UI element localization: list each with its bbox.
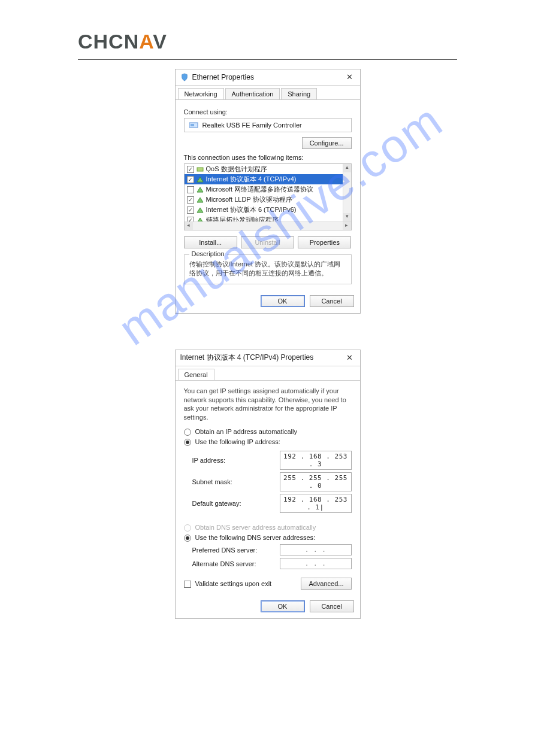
- item-label: Microsoft LLDP 协议驱动程序: [206, 195, 292, 204]
- checkbox[interactable]: [187, 186, 194, 193]
- close-button[interactable]: ✕: [344, 353, 355, 363]
- network-icon: [180, 73, 189, 81]
- dialog-title: Ethernet Properties: [192, 73, 254, 81]
- list-item[interactable]: Internet 协议版本 6 (TCP/IPv6): [185, 205, 343, 215]
- protocol-icon: [197, 217, 204, 222]
- nic-icon: [189, 122, 199, 129]
- configure-button[interactable]: Configure...: [302, 137, 352, 149]
- use-ip-label: Use the following IP address:: [195, 438, 280, 445]
- list-item[interactable]: 链路层拓扑发现响应程序: [185, 215, 343, 221]
- intro-text: You can get IP settings assigned automat…: [184, 387, 352, 422]
- protocol-icon: [197, 176, 204, 183]
- checkbox[interactable]: [187, 166, 194, 173]
- dialog-titlebar: Ethernet Properties ✕: [176, 69, 360, 86]
- subnet-mask-label: Subnet mask:: [192, 478, 280, 485]
- dialog-title: Internet 协议版本 4 (TCP/IPv4) Properties: [180, 353, 314, 363]
- ethernet-properties-dialog: Ethernet Properties ✕ Networking Authent…: [175, 69, 361, 314]
- validate-label: Validate settings upon exit: [195, 580, 272, 587]
- cancel-button[interactable]: Cancel: [310, 295, 354, 307]
- items-label: This connection uses the following items…: [184, 154, 352, 161]
- radio-icon: [184, 429, 191, 436]
- radio-icon: [184, 439, 191, 446]
- brand-text-c: V: [153, 30, 167, 53]
- list-item[interactable]: QoS 数据包计划程序: [185, 164, 343, 174]
- scroll-down-icon[interactable]: ▾: [343, 213, 351, 221]
- scroll-right-icon[interactable]: ▸: [343, 222, 351, 230]
- protocol-icon: [197, 207, 204, 214]
- preferred-dns-label: Preferred DNS server:: [192, 546, 280, 554]
- description-text: 传输控制协议/Internet 协议。该协议是默认的广域网络协议，用于在不同的相…: [189, 260, 346, 278]
- brand-text-a: CHCN: [78, 30, 139, 53]
- protocol-icon: [197, 166, 204, 173]
- ip-address-input[interactable]: 192 . 168 . 253 . 3: [280, 451, 352, 470]
- advanced-button[interactable]: Advanced...: [301, 578, 351, 590]
- use-dns-radio[interactable]: Use the following DNS server addresses:: [184, 534, 316, 541]
- subnet-mask-input[interactable]: 255 . 255 . 255 . 0: [280, 472, 352, 491]
- list-item[interactable]: Microsoft 网络适配器多路传送器协议: [185, 184, 343, 195]
- dialog-titlebar: Internet 协议版本 4 (TCP/IPv4) Properties ✕: [176, 350, 360, 366]
- item-label: Internet 协议版本 4 (TCP/IPv4): [206, 175, 297, 184]
- adapter-field[interactable]: Realtek USB FE Family Controller: [184, 118, 352, 132]
- item-label: Internet 协议版本 6 (TCP/IPv6): [206, 205, 297, 214]
- radio-icon: [184, 535, 191, 542]
- description-group: Description 传输控制协议/Internet 协议。该协议是默认的广域…: [184, 254, 352, 284]
- tab-sharing[interactable]: Sharing: [281, 88, 317, 99]
- close-button[interactable]: ✕: [344, 72, 355, 83]
- use-dns-label: Use the following DNS server addresses:: [195, 534, 316, 541]
- tab-networking[interactable]: Networking: [178, 88, 224, 99]
- list-item[interactable]: Microsoft LLDP 协议驱动程序: [185, 195, 343, 205]
- default-gateway-label: Default gateway:: [192, 500, 280, 507]
- ip-address-label: IP address:: [192, 457, 280, 464]
- ipv4-properties-dialog: Internet 协议版本 4 (TCP/IPv4) Properties ✕ …: [175, 350, 361, 620]
- tab-general[interactable]: General: [178, 369, 214, 380]
- ok-button[interactable]: OK: [261, 295, 305, 307]
- checkbox[interactable]: [187, 196, 194, 204]
- item-label: QoS 数据包计划程序: [206, 165, 267, 174]
- item-label: 链路层拓扑发现响应程序: [206, 215, 279, 221]
- uninstall-button: Uninstall: [241, 236, 294, 248]
- scroll-left-icon[interactable]: ◂: [185, 222, 193, 230]
- brand-text-b: A: [139, 30, 153, 53]
- install-button[interactable]: Install...: [184, 236, 237, 248]
- properties-button[interactable]: Properties: [298, 236, 351, 248]
- item-label: Microsoft 网络适配器多路传送器协议: [206, 185, 314, 194]
- tab-strip: Networking Authentication Sharing: [176, 86, 360, 100]
- header-divider: [78, 59, 457, 60]
- svg-rect-1: [191, 124, 194, 126]
- adapter-name: Realtek USB FE Family Controller: [202, 122, 302, 129]
- protocol-icon: [197, 186, 204, 193]
- protocol-icon: [197, 196, 204, 204]
- ok-button[interactable]: OK: [261, 600, 305, 612]
- protocol-list[interactable]: QoS 数据包计划程序 Internet 协议版本 4 (TCP/IPv4) M…: [184, 163, 352, 230]
- brand-logo: CHCNAV: [78, 30, 457, 53]
- validate-checkbox[interactable]: Validate settings upon exit: [184, 580, 272, 588]
- checkbox[interactable]: [187, 176, 194, 183]
- obtain-ip-label: Obtain an IP address automatically: [195, 428, 297, 435]
- preferred-dns-input[interactable]: . . .: [280, 544, 352, 555]
- scrollbar-horizontal[interactable]: ◂ ▸: [185, 221, 351, 230]
- checkbox[interactable]: [187, 217, 194, 222]
- obtain-ip-radio[interactable]: Obtain an IP address automatically: [184, 428, 297, 435]
- connect-using-label: Connect using:: [184, 108, 352, 116]
- scrollbar-vertical[interactable]: ▴ ▾: [343, 164, 351, 221]
- description-legend: Description: [189, 250, 227, 257]
- list-item[interactable]: Internet 协议版本 4 (TCP/IPv4): [185, 174, 343, 184]
- use-ip-radio[interactable]: Use the following IP address:: [184, 438, 280, 445]
- cancel-button[interactable]: Cancel: [310, 600, 354, 612]
- alternate-dns-input[interactable]: . . .: [280, 558, 352, 569]
- obtain-dns-radio: Obtain DNS server address automatically: [184, 524, 316, 531]
- scroll-up-icon[interactable]: ▴: [343, 164, 351, 172]
- alternate-dns-label: Alternate DNS server:: [192, 560, 280, 567]
- obtain-dns-label: Obtain DNS server address automatically: [195, 524, 316, 531]
- checkbox[interactable]: [187, 207, 194, 214]
- svg-rect-2: [197, 168, 203, 171]
- tab-authentication[interactable]: Authentication: [225, 88, 280, 99]
- checkbox-icon: [184, 581, 191, 588]
- radio-icon: [184, 524, 191, 532]
- default-gateway-input[interactable]: 192 . 168 . 253 . 1|: [280, 494, 352, 513]
